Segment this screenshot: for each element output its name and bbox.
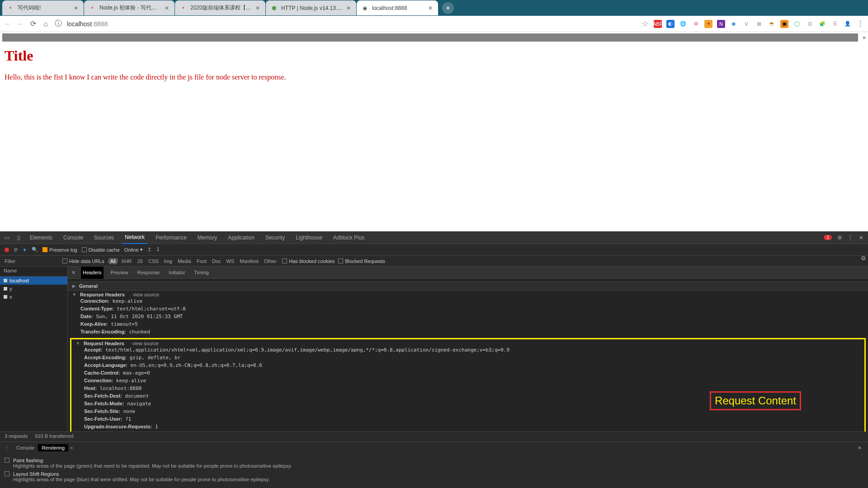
ext-orange-icon[interactable]: ✧ — [704, 20, 712, 28]
type-filter-manifest[interactable]: Manifest — [237, 258, 261, 264]
new-tab-button[interactable]: + — [442, 2, 454, 14]
devtools-tab-security[interactable]: Security — [263, 231, 288, 244]
filter-input[interactable]: Filter — [5, 258, 59, 264]
blocked-requests-checkbox[interactable]: Blocked Requests — [338, 258, 385, 264]
ext-orange2-icon[interactable]: ▣ — [780, 20, 788, 28]
bookmarks-overflow-icon[interactable]: » — [860, 34, 868, 41]
browser-tab[interactable]: •写代码啦!✕ — [2, 0, 84, 15]
blocked-cookies-checkbox[interactable]: Has blocked cookies — [282, 258, 335, 264]
ext-brown-icon[interactable]: ◓ — [768, 20, 776, 28]
upload-icon[interactable]: ↥ — [147, 247, 151, 253]
browser-tab[interactable]: •Node.js 初体验 - 写代码啦!✕ — [84, 0, 175, 15]
settings-gear-icon[interactable]: ⚙ — [836, 235, 843, 241]
type-filter-doc[interactable]: Doc — [210, 258, 223, 264]
ext-globe-icon[interactable]: 🌐 — [679, 20, 687, 28]
drawer-tab-rendering[interactable]: Rendering — [38, 444, 68, 451]
search-icon[interactable]: 🔍 — [32, 247, 38, 253]
clear-icon[interactable]: ⊘ — [14, 247, 18, 253]
omnibox[interactable]: localhost:8888 — [67, 20, 637, 28]
ext-v-icon[interactable]: V — [742, 20, 750, 28]
back-button[interactable]: ← — [4, 20, 12, 28]
devtools-tab-application[interactable]: Application — [225, 231, 257, 244]
reading-list-icon[interactable]: ☰ — [831, 20, 839, 28]
request-row[interactable]: y — [0, 285, 67, 293]
detail-tab-response[interactable]: Response — [136, 267, 162, 279]
general-section[interactable]: ▶General — [68, 282, 868, 291]
ext-green-icon[interactable]: ◯ — [793, 20, 801, 28]
throttle-select[interactable]: Online ▾ — [124, 247, 143, 253]
forward-button[interactable]: → — [16, 20, 24, 28]
devtools-tab-sources[interactable]: Sources — [91, 231, 117, 244]
detail-tab-headers[interactable]: Headers — [81, 267, 104, 279]
render-option-checkbox[interactable] — [5, 458, 9, 463]
type-filter-img[interactable]: Img — [162, 258, 175, 264]
request-headers-toggle[interactable]: ▼Request Headersview source — [76, 341, 860, 346]
type-filter-other[interactable]: Other — [262, 258, 279, 264]
reload-button[interactable]: ⟳ — [29, 20, 37, 28]
drawer-close-icon[interactable]: ✕ — [855, 445, 864, 451]
home-button[interactable]: ⌂ — [42, 20, 50, 28]
browser-menu-icon[interactable]: ⋮ — [856, 20, 864, 28]
ext-pink-icon[interactable]: ✿ — [692, 20, 700, 28]
type-filter-all[interactable]: All — [108, 258, 118, 264]
request-row[interactable]: localhost — [0, 277, 67, 285]
network-settings-icon[interactable]: ⚙ — [861, 255, 866, 262]
drawer-tab-close-icon[interactable]: ✕ — [70, 446, 73, 450]
inspect-icon[interactable]: ▭ — [4, 235, 10, 241]
tab-close-icon[interactable]: ✕ — [427, 5, 434, 11]
request-row[interactable]: x — [0, 293, 67, 301]
onenote-icon[interactable]: N — [717, 20, 725, 28]
disable-cache-checkbox[interactable]: Disable cache — [82, 247, 120, 253]
view-source-link[interactable]: view source — [132, 341, 159, 346]
download-icon[interactable]: ↧ — [156, 247, 160, 253]
type-filter-xhr[interactable]: XHR — [119, 258, 134, 264]
type-filter-font[interactable]: Font — [194, 258, 209, 264]
type-filter-ws[interactable]: WS — [224, 258, 236, 264]
tab-close-icon[interactable]: ✕ — [73, 5, 79, 11]
translate-icon[interactable]: ⊡ — [806, 20, 814, 28]
drawer-menu-icon[interactable]: ⋮ — [4, 445, 10, 451]
hide-data-urls-checkbox[interactable]: Hide data URLs — [62, 258, 104, 264]
drawer-tab-console[interactable]: Console — [13, 444, 38, 451]
view-source-link[interactable]: view source — [133, 292, 159, 297]
devtools-menu-icon[interactable]: ⋮ — [847, 235, 854, 241]
site-info-icon[interactable]: ⓘ — [54, 20, 62, 28]
devtools-tab-elements[interactable]: Elements — [27, 231, 55, 244]
record-button[interactable] — [5, 248, 9, 252]
type-filter-js[interactable]: JS — [135, 258, 145, 264]
header-key: Accept-Encoding: — [84, 355, 127, 360]
abp-icon[interactable]: ABP — [654, 20, 662, 28]
detail-tab-timing[interactable]: Timing — [192, 267, 211, 279]
close-details-icon[interactable]: ✕ — [71, 270, 75, 276]
name-column-header[interactable]: Name — [0, 267, 67, 277]
tab-close-icon[interactable]: ✕ — [164, 5, 170, 11]
browser-tab[interactable]: ⬢HTTP | Node.js v14.13.1 Docu…✕ — [266, 0, 356, 15]
devtools-tab-adblock-plus[interactable]: Adblock Plus — [330, 231, 367, 244]
browser-tab[interactable]: •2020版前端体系课程【方应杭…✕ — [175, 0, 265, 15]
extensions-puzzle-icon[interactable]: 🧩 — [818, 20, 826, 28]
devtools-close-icon[interactable]: ✕ — [858, 235, 864, 241]
ext-gray1-icon[interactable]: ▦ — [755, 20, 763, 28]
ext-circle-icon[interactable]: ◉ — [730, 20, 738, 28]
devtools-tab-memory[interactable]: Memory — [195, 231, 220, 244]
device-toggle-icon[interactable]: ▯ — [15, 235, 22, 241]
profile-avatar[interactable]: 👤 — [844, 20, 852, 28]
detail-tab-preview[interactable]: Preview — [109, 267, 130, 279]
ext-blue-icon[interactable]: ◐ — [666, 20, 675, 28]
devtools-tab-lighthouse[interactable]: Lighthouse — [293, 231, 325, 244]
response-headers-toggle[interactable]: ▼Response Headersview source — [72, 292, 863, 297]
devtools-tab-performance[interactable]: Performance — [153, 231, 189, 244]
tab-close-icon[interactable]: ✕ — [255, 5, 261, 11]
render-option-checkbox[interactable] — [5, 471, 9, 476]
bookmark-star-icon[interactable]: ☆ — [641, 20, 649, 28]
tab-close-icon[interactable]: ✕ — [345, 5, 352, 11]
browser-tab[interactable]: ◉localhost:8888✕ — [357, 0, 438, 15]
filter-toggle-icon[interactable]: ▼ — [22, 247, 27, 253]
error-count-badge[interactable]: 1 — [824, 235, 832, 240]
devtools-tab-network[interactable]: Network — [122, 231, 147, 244]
type-filter-media[interactable]: Media — [175, 258, 193, 264]
type-filter-css[interactable]: CSS — [146, 258, 161, 264]
preserve-log-checkbox[interactable]: Preserve log — [42, 247, 77, 253]
detail-tab-initiator[interactable]: Initiator — [167, 267, 187, 279]
devtools-tab-console[interactable]: Console — [61, 231, 86, 244]
